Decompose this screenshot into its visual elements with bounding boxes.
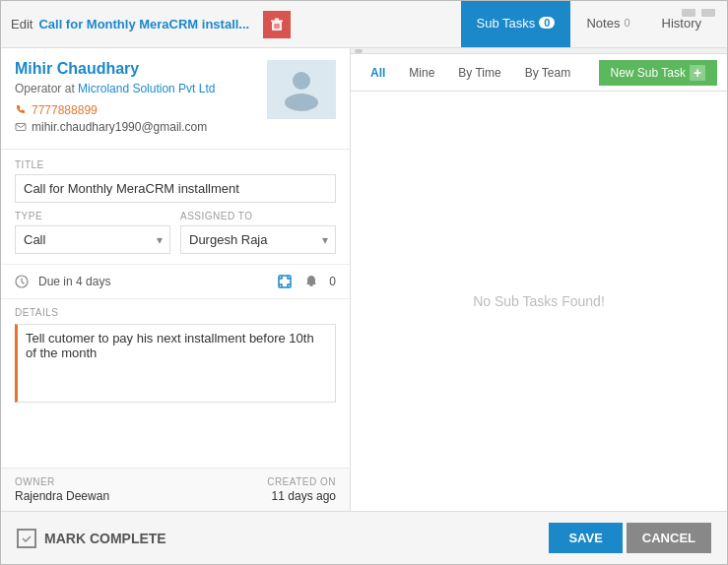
contact-section: Mihir Chaudhary Operator at Microland So… [1,48,350,150]
details-label: DETAILS [15,307,336,318]
notes-badge: 0 [624,17,629,29]
svg-rect-1 [271,20,283,22]
type-select-wrapper: Call [15,225,170,254]
owner-item: OWNER Rajendra Deewan [15,476,109,503]
new-sub-label: New Sub Task [611,66,686,80]
modal-header: Edit Call for Monthly MeraCRM install...… [1,1,727,48]
modal-title: Call for Monthly MeraCRM install... [38,17,249,31]
due-icons: 0 [276,273,336,290]
assigned-label: ASSIGNED TO [180,211,336,221]
new-sub-plus-icon: + [690,65,705,81]
email-detail: mihir.chaudhary1990@gmail.com [15,120,257,134]
svg-point-7 [293,72,310,90]
notes-tab-label: Notes [586,16,620,31]
phone-number[interactable]: 7777888899 [32,103,98,117]
svg-rect-10 [279,276,291,287]
edit-label: Edit [11,17,33,31]
svg-rect-5 [279,24,280,29]
bell-count: 0 [329,275,336,288]
trash-icon [270,18,284,31]
stab-bytime[interactable]: By Time [448,60,510,86]
title-input[interactable] [15,174,336,203]
created-item: CREATED ON 11 days ago [267,476,336,503]
tab-subtasks[interactable]: Sub Tasks 0 [461,1,571,47]
due-row: Due in 4 days 0 [1,264,350,299]
at-text: at [65,82,75,95]
stab-byteam[interactable]: By Team [515,60,580,86]
empty-state: No Sub Tasks Found! [351,92,727,511]
decorative-dots [682,9,715,17]
owner-value: Rajendra Deewan [15,489,109,503]
bell-icon[interactable] [303,274,319,289]
header-tabs: Sub Tasks 0 Notes 0 History [461,1,717,47]
contact-role: Operator at Microland Solution Pvt Ltd [15,82,257,95]
assigned-col: ASSIGNED TO Durgesh Raja [180,211,336,254]
mark-complete-button[interactable]: MARK COMPLETE [17,529,166,548]
type-select[interactable]: Call [15,225,170,254]
assigned-select[interactable]: Durgesh Raja [180,225,336,254]
check-icon [17,529,36,548]
type-col: TYPE Call [15,211,170,254]
created-label: CREATED ON [267,476,336,487]
title-label: TITLE [15,159,336,170]
due-text: Due in 4 days [38,275,110,288]
expand-icon[interactable] [276,273,294,290]
phone-detail: 7777888899 [15,103,257,117]
subtasks-badge: 0 [539,17,555,29]
empty-message: No Sub Tasks Found! [473,293,605,309]
header-left: Edit Call for Monthly MeraCRM install... [11,11,451,38]
stab-all[interactable]: All [361,60,395,86]
tab-notes[interactable]: Notes 0 [570,1,645,47]
modal-body: Mihir Chaudhary Operator at Microland So… [1,48,727,511]
save-button[interactable]: SAVE [549,523,622,553]
svg-rect-3 [275,24,276,29]
clock-icon [15,275,29,288]
contact-name[interactable]: Mihir Chaudhary [15,60,257,78]
form-section: TITLE TYPE Call ASSIGNED TO [1,150,350,264]
details-section: DETAILS Tell cutomer to pay his next ins… [1,299,350,414]
delete-button[interactable] [263,11,291,38]
assigned-select-wrapper: Durgesh Raja [180,225,336,254]
mark-complete-label: MARK COMPLETE [44,531,166,546]
avatar-icon [277,68,326,112]
phone-icon [15,104,27,116]
cancel-button[interactable]: CANCEL [627,523,711,553]
details-textarea[interactable]: Tell cutomer to pay his next installment… [15,324,336,403]
modal-footer: MARK COMPLETE SAVE CANCEL [1,511,727,564]
svg-rect-8 [285,94,318,111]
stab-mine[interactable]: Mine [399,60,444,86]
email-icon [15,121,27,133]
meta-section: OWNER Rajendra Deewan CREATED ON 11 days… [1,468,350,511]
email-address[interactable]: mihir.chaudhary1990@gmail.com [32,120,207,134]
created-value: 11 days ago [267,489,336,503]
left-panel: Mihir Chaudhary Operator at Microland So… [1,48,351,511]
new-sub-task-button[interactable]: New Sub Task + [599,60,717,86]
subtasks-tab-label: Sub Tasks [477,16,536,31]
company-name[interactable]: Microland Solution Pvt Ltd [78,82,215,95]
owner-label: OWNER [15,476,109,487]
contact-info: Mihir Chaudhary Operator at Microland So… [15,60,257,137]
role-text: Operator [15,82,61,95]
history-tab-label: History [662,16,701,31]
svg-rect-4 [277,24,278,29]
checkmark-icon [21,533,33,544]
contact-avatar [267,60,336,119]
svg-rect-2 [275,18,279,20]
sub-tabs: All Mine By Time By Team New Sub Task + [351,54,727,92]
right-panel: All Mine By Time By Team New Sub Task + … [351,48,727,511]
modal-container: Edit Call for Monthly MeraCRM install...… [0,0,728,565]
scroll-indicator-top [355,49,363,53]
type-label: TYPE [15,211,170,221]
